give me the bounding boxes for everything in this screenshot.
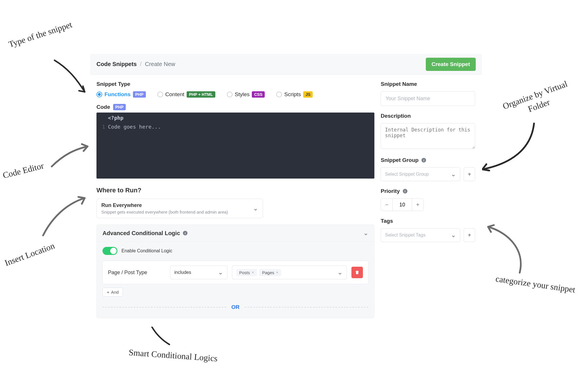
condition-operator-select[interactable]: includes ⌄ — [170, 266, 227, 279]
enable-conditional-label: Enable Conditional Logic — [121, 248, 172, 253]
condition-values-select[interactable]: Posts× Pages× ⌄ — [232, 266, 347, 279]
priority-decrement-button[interactable]: − — [381, 199, 392, 211]
type-text: Content — [165, 91, 185, 98]
chip-remove-icon[interactable]: × — [252, 270, 254, 275]
panel-header: Code Snippets / Create New Create Snippe… — [90, 54, 482, 75]
plus-icon: + — [107, 290, 109, 295]
where-to-run-label: Where to Run? — [96, 187, 374, 194]
code-label-row: Code PHP — [96, 104, 374, 110]
arrow-categorize — [485, 224, 537, 280]
tags-select[interactable]: Select Snippet Tags ⌄ — [381, 228, 460, 242]
chevron-down-icon: ⌄ — [253, 205, 258, 212]
priority-increment-button[interactable]: + — [412, 199, 423, 211]
editor-gutter — [96, 115, 108, 121]
conditional-logic-panel: Advanced Conditional Logic i ⌄ Enable Co… — [96, 224, 374, 318]
code-badge: PHP — [113, 104, 126, 110]
where-to-run-select[interactable]: Run Everywhere Snippet gets executed eve… — [96, 199, 263, 218]
description-textarea[interactable] — [381, 123, 475, 149]
conditional-logic-body: Enable Conditional Logic Page / Post Typ… — [97, 242, 374, 318]
description-label: Description — [381, 113, 475, 119]
radio-icon — [276, 92, 282, 97]
annotation-insert: Insert Location — [3, 240, 56, 268]
snippet-group-placeholder: Select Snippet Group — [385, 172, 429, 177]
annotation-organize: Organize by Virtual Folder — [490, 74, 584, 127]
condition-row: Page / Post Type includes ⌄ Posts× Pages… — [102, 261, 368, 284]
radio-icon — [227, 92, 233, 97]
arrow-insert — [40, 192, 89, 239]
snippet-group-label: Snippet Group i — [381, 157, 475, 163]
create-snippet-button[interactable]: Create Snippet — [426, 58, 476, 71]
add-and-condition-button[interactable]: +And — [102, 288, 123, 297]
snippet-type-options: Functions PHP Content PHP + HTML Styles … — [96, 91, 374, 98]
add-group-button[interactable]: + — [464, 167, 475, 181]
snippet-name-label: Snippet Name — [381, 81, 475, 87]
where-select-sub: Snippet gets executed everywhere (both f… — [101, 210, 228, 214]
type-text: Styles — [235, 91, 250, 98]
annotation-type: Type of the snippet — [7, 19, 74, 50]
code-prelude: <?php — [108, 115, 123, 121]
where-select-title: Run Everywhere — [101, 202, 228, 208]
radio-icon — [157, 92, 163, 97]
snippet-group-select[interactable]: Select Snippet Group ⌄ — [381, 167, 460, 181]
arrow-type — [52, 57, 92, 99]
type-option-content[interactable]: Content PHP + HTML — [157, 91, 215, 98]
chip-remove-icon[interactable]: × — [276, 270, 278, 275]
chevron-down-icon: ⌄ — [337, 269, 343, 276]
trash-icon — [355, 270, 360, 275]
right-column: Snippet Name Description Snippet Group i… — [381, 75, 482, 327]
priority-stepper: − + — [381, 198, 424, 211]
editor-line-number: 1 — [96, 124, 108, 130]
badge-js: JS — [303, 91, 313, 98]
info-icon[interactable]: i — [421, 158, 426, 162]
priority-input[interactable] — [392, 199, 412, 211]
info-icon[interactable]: i — [403, 189, 407, 193]
type-option-scripts[interactable]: Scripts JS — [276, 91, 313, 98]
info-icon[interactable]: i — [183, 231, 187, 235]
radio-checked-icon — [96, 92, 102, 97]
enable-conditional-toggle[interactable] — [102, 247, 117, 255]
panel-body: Snippet Type Functions PHP Content PHP +… — [90, 75, 482, 327]
condition-chip-pages: Pages× — [259, 269, 281, 276]
condition-field-label: Page / Post Type — [108, 270, 165, 276]
code-label: Code — [96, 104, 110, 110]
chevron-down-icon: ⌄ — [451, 171, 456, 178]
chevron-down-icon: ⌄ — [363, 229, 368, 237]
tags-label: Tags — [381, 218, 475, 224]
priority-label: Priority i — [381, 188, 475, 194]
snippet-type-label: Snippet Type — [96, 81, 374, 87]
add-tag-button[interactable]: + — [464, 228, 475, 242]
code-placeholder: Code goes here... — [108, 124, 161, 130]
chevron-down-icon: ⌄ — [451, 231, 456, 239]
or-text: OR — [226, 304, 245, 310]
code-editor[interactable]: <?php 1 Code goes here... — [96, 113, 374, 179]
snippet-name-input[interactable] — [381, 91, 475, 106]
condition-operator-value: includes — [174, 270, 191, 275]
left-column: Snippet Type Functions PHP Content PHP +… — [90, 75, 381, 327]
or-divider: OR — [102, 304, 368, 310]
breadcrumb-root[interactable]: Code Snippets — [96, 61, 137, 67]
type-text: Scripts — [284, 91, 301, 98]
tags-placeholder: Select Snippet Tags — [385, 233, 425, 238]
chevron-down-icon: ⌄ — [218, 269, 223, 276]
annotation-editor: Code Editor — [1, 160, 45, 181]
badge-css: CSS — [252, 91, 265, 98]
breadcrumb-sep: / — [138, 61, 144, 67]
badge-php-html: PHP + HTML — [187, 91, 215, 98]
conditional-logic-title: Advanced Conditional Logic — [102, 230, 180, 237]
type-option-styles[interactable]: Styles CSS — [227, 91, 265, 98]
dash-line — [245, 307, 368, 307]
arrow-organize — [474, 121, 537, 179]
badge-php: PHP — [133, 91, 146, 98]
breadcrumb: Code Snippets / Create New — [96, 61, 175, 67]
condition-chip-posts: Posts× — [236, 269, 257, 276]
delete-condition-button[interactable] — [351, 267, 363, 278]
breadcrumb-current: Create New — [145, 61, 175, 67]
conditional-logic-header[interactable]: Advanced Conditional Logic i ⌄ — [97, 225, 374, 242]
type-option-functions[interactable]: Functions PHP — [96, 91, 146, 98]
annotation-smart: Smart Conditional Logics — [128, 347, 218, 364]
arrow-editor — [49, 138, 92, 173]
type-text: Functions — [105, 91, 131, 98]
dash-line — [102, 307, 226, 307]
